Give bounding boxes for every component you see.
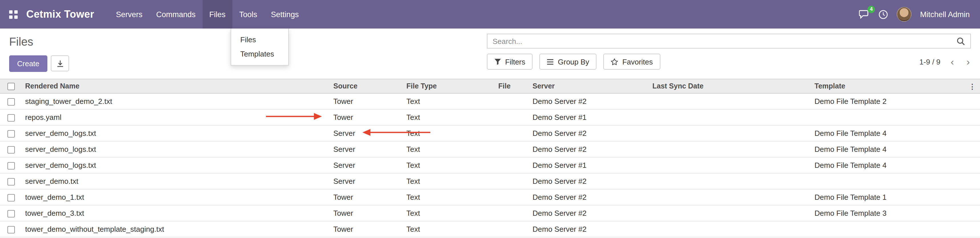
row-checkbox-cell xyxy=(0,109,25,125)
row-checkbox-cell xyxy=(0,173,25,189)
row-checkbox[interactable] xyxy=(8,210,15,217)
nav-left: Cetmix Tower xyxy=(9,0,109,29)
column-header-last-sync-date[interactable]: Last Sync Date xyxy=(652,79,815,93)
messages-icon[interactable]: 4 xyxy=(859,10,870,19)
select-all-checkbox[interactable] xyxy=(8,83,15,90)
favorites-button[interactable]: Favorites xyxy=(604,54,660,70)
systray: 4 Mitchell Admin xyxy=(849,0,980,29)
cell-source: Tower xyxy=(333,109,406,125)
cell-template: Demo File Template 2 xyxy=(815,93,964,109)
row-checkbox[interactable] xyxy=(8,114,15,122)
cell-source: Tower xyxy=(333,189,406,205)
top-navbar: Cetmix Tower ServersCommandsFilesToolsSe… xyxy=(0,0,980,29)
export-button[interactable] xyxy=(51,56,69,71)
cell-file-type: Text xyxy=(406,141,498,157)
filters-button[interactable]: Filters xyxy=(487,54,533,70)
app-title[interactable]: Cetmix Tower xyxy=(26,8,94,20)
table-row[interactable]: staging_tower_demo_2.txtTowerTextDemo Se… xyxy=(0,93,980,109)
table-row[interactable]: server_demo_logs.txtServerTextDemo Serve… xyxy=(0,157,980,173)
cell-server: Demo Server #2 xyxy=(533,205,652,221)
row-checkbox[interactable] xyxy=(8,194,15,202)
dropdown-item-templates[interactable]: Templates xyxy=(231,47,288,61)
nav-item-tools[interactable]: Tools xyxy=(232,0,264,29)
column-header-file-type[interactable]: File Type xyxy=(406,79,498,93)
apps-grid-icon[interactable] xyxy=(9,10,18,19)
cell-last-sync-date xyxy=(652,221,815,237)
cell-file-type: Text xyxy=(406,157,498,173)
cell-template: Demo File Template 4 xyxy=(815,141,964,157)
cell-file-type: Text xyxy=(406,93,498,109)
table-row[interactable]: repos.yamlTowerTextDemo Server #1 xyxy=(0,109,980,125)
row-checkbox-cell xyxy=(0,141,25,157)
favorites-star-icon xyxy=(611,58,619,65)
pager-next-button[interactable]: › xyxy=(966,57,971,67)
nav-item-files[interactable]: Files xyxy=(202,0,232,29)
cell-rendered-name: repos.yaml xyxy=(25,109,333,125)
cell-server: Demo Server #2 xyxy=(533,141,652,157)
cell-file-type: Text xyxy=(406,221,498,237)
cell-options-spacer xyxy=(964,173,980,189)
cell-server: Demo Server #2 xyxy=(533,173,652,189)
table-row[interactable]: server_demo_logs.txtServerTextDemo Serve… xyxy=(0,125,980,141)
nav-item-servers[interactable]: Servers xyxy=(109,0,149,29)
select-all-cell xyxy=(0,79,25,93)
cell-last-sync-date xyxy=(652,157,815,173)
nav-item-commands[interactable]: Commands xyxy=(149,0,202,29)
search-icon[interactable] xyxy=(956,37,965,45)
row-checkbox[interactable] xyxy=(8,98,15,106)
row-checkbox[interactable] xyxy=(8,130,15,138)
column-options-icon[interactable]: ⋮ xyxy=(969,83,976,90)
cell-rendered-name: server_demo_logs.txt xyxy=(25,157,333,173)
cell-file-type: Text xyxy=(406,189,498,205)
row-checkbox-cell xyxy=(0,205,25,221)
user-menu[interactable]: Mitchell Admin xyxy=(920,10,970,19)
table-row[interactable]: tower_demo_1.txtTowerTextDemo Server #2D… xyxy=(0,189,980,205)
download-icon xyxy=(56,60,64,67)
activity-icon[interactable] xyxy=(878,10,888,19)
files-dropdown-menu: FilesTemplates xyxy=(231,29,289,66)
create-button[interactable]: Create xyxy=(9,56,48,72)
dropdown-item-files[interactable]: Files xyxy=(231,33,288,47)
cell-source: Server xyxy=(333,157,406,173)
row-checkbox[interactable] xyxy=(8,162,15,170)
cell-source: Tower xyxy=(333,205,406,221)
cell-server: Demo Server #2 xyxy=(533,189,652,205)
pager-prev-button[interactable]: ‹ xyxy=(950,57,955,67)
row-checkbox-cell xyxy=(0,93,25,109)
cell-template: Demo File Template 1 xyxy=(815,189,964,205)
table-row[interactable]: server_demo_logs.txtServerTextDemo Serve… xyxy=(0,141,980,157)
cell-template: Demo File Template 4 xyxy=(815,157,964,173)
nav-item-settings[interactable]: Settings xyxy=(264,0,305,29)
column-header-template[interactable]: Template xyxy=(815,79,964,93)
table-row[interactable]: tower_demo_3.txtTowerTextDemo Server #2D… xyxy=(0,205,980,221)
cell-last-sync-date xyxy=(652,93,815,109)
search-input[interactable] xyxy=(493,37,956,45)
cell-template xyxy=(815,173,964,189)
row-checkbox[interactable] xyxy=(8,226,15,233)
cell-rendered-name: staging_tower_demo_2.txt xyxy=(25,93,333,109)
cell-server: Demo Server #2 xyxy=(533,221,652,237)
cell-server: Demo Server #2 xyxy=(533,93,652,109)
group-by-button[interactable]: Group By xyxy=(540,54,597,70)
row-checkbox[interactable] xyxy=(8,146,15,154)
cell-source: Tower xyxy=(333,93,406,109)
cell-options-spacer xyxy=(964,141,980,157)
cell-file xyxy=(498,93,533,109)
action-buttons: Create xyxy=(9,56,69,72)
column-header-file[interactable]: File xyxy=(498,79,533,93)
row-checkbox[interactable] xyxy=(8,178,15,186)
cell-template xyxy=(815,221,964,237)
cell-options-spacer xyxy=(964,93,980,109)
column-header-rendered-name[interactable]: Rendered Name xyxy=(25,79,333,93)
table-row[interactable]: server_demo.txtServerTextDemo Server #2 xyxy=(0,173,980,189)
cell-last-sync-date xyxy=(652,173,815,189)
cell-file xyxy=(498,125,533,141)
row-checkbox-cell xyxy=(0,157,25,173)
column-header-source[interactable]: Source xyxy=(333,79,406,93)
group-by-icon xyxy=(547,59,554,65)
column-header-server[interactable]: Server xyxy=(533,79,652,93)
cell-server: Demo Server #1 xyxy=(533,157,652,173)
files-list-table: Rendered NameSourceFile TypeFileServerLa… xyxy=(0,79,980,237)
table-row[interactable]: tower_demo_without_template_staging.txtT… xyxy=(0,221,980,237)
user-avatar[interactable] xyxy=(897,7,912,22)
